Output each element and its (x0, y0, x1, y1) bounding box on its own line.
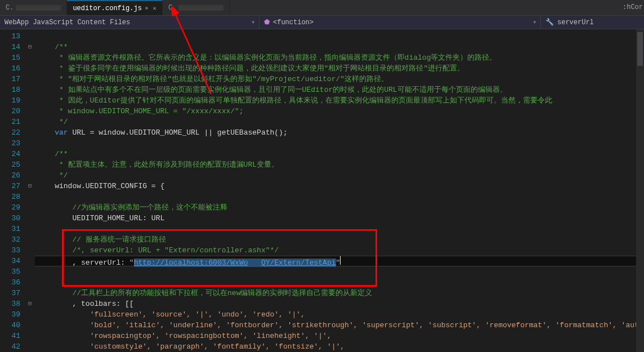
fold-marker (25, 95, 35, 106)
code-line: 'bold', 'italic', 'underline', 'fontbord… (35, 320, 644, 331)
fold-marker (25, 256, 35, 266)
breadcrumb-function[interactable]: ⬟ <function> ▼ (259, 16, 540, 29)
line-number: 17 (0, 74, 25, 84)
line-number: 20 (0, 106, 25, 117)
fold-marker (25, 309, 35, 320)
code-line: var URL = window.UEDITOR_HOME_URL || get… (35, 127, 644, 138)
obscured-text (178, 5, 223, 11)
tab-label: C. (168, 4, 176, 12)
scope-label: WebApp JavaScript Content Files (5, 19, 130, 26)
line-number: 27 (0, 181, 25, 191)
fold-marker (25, 331, 35, 341)
code-line: */ (35, 117, 644, 127)
code-line: */ (35, 170, 644, 181)
chevron-down-icon: ▼ (533, 20, 536, 25)
code-line: 'fullscreen', 'source', '|', 'undo', 're… (35, 309, 644, 320)
fold-marker (25, 266, 35, 277)
line-number: 31 (0, 224, 25, 234)
line-number: 28 (0, 191, 25, 202)
fold-marker (25, 341, 35, 352)
line-number: 16 (0, 63, 25, 74)
code-line (35, 266, 644, 277)
code-line: , toolbars: [[ (35, 298, 644, 309)
file-tabs-bar: C. ueditor.config.js ⊕ ✕ C. :hCor (0, 0, 644, 16)
fold-marker (25, 106, 35, 117)
fold-marker (25, 52, 35, 63)
code-line: * 因此，UEditor提供了针对不同页面的编辑器可单独配置的根路径，具体来说，… (35, 95, 644, 106)
line-number: 33 (0, 245, 25, 256)
fold-marker (25, 138, 35, 149)
line-number: 41 (0, 331, 25, 341)
code-line: // 服务器统一请求接口路径 (35, 234, 644, 245)
pin-icon[interactable]: ⊕ (145, 5, 148, 11)
code-line: window.UEDITOR_CONFIG = { (35, 181, 644, 191)
line-number: 21 (0, 117, 25, 127)
fold-marker (25, 202, 35, 213)
fold-marker[interactable]: ⊟ (25, 42, 35, 52)
fold-marker (25, 74, 35, 84)
code-line: /*, serverUrl: URL + "Extern/controller.… (35, 245, 644, 256)
line-number: 39 (0, 309, 25, 320)
tab-label: C. (6, 4, 14, 12)
tab-right-label: :hCor (623, 3, 643, 11)
line-number-gutter: 1314151617181920212223242526272829303132… (0, 29, 25, 352)
line-number: 15 (0, 52, 25, 63)
breadcrumb-bar: WebApp JavaScript Content Files ▼ ⬟ <fun… (0, 16, 644, 29)
code-line: 'rowspacingtop', 'rowspacingbottom', 'li… (35, 331, 644, 341)
fold-marker (25, 127, 35, 138)
scroll-thumb[interactable] (637, 32, 643, 66)
code-line: * 编辑器资源文件根路径。它所表示的含义是：以编辑器实例化页面为当前路径，指向编… (35, 52, 644, 63)
fold-marker (25, 277, 35, 288)
close-icon[interactable]: ✕ (153, 5, 156, 12)
file-tab-active[interactable]: ueditor.config.js ⊕ ✕ (67, 0, 162, 15)
breadcrumb-scope[interactable]: WebApp JavaScript Content Files ▼ (0, 16, 259, 29)
fold-marker (25, 234, 35, 245)
code-line: 'customstyle', 'paragraph', 'fontfamily'… (35, 341, 644, 352)
line-number: 32 (0, 234, 25, 245)
fold-marker (25, 213, 35, 224)
line-number: 29 (0, 202, 25, 213)
code-line: * 鉴于很多同学在使用编辑器的时候出现的种种路径问题，此处强烈建议大家使用"相对… (35, 63, 644, 74)
fold-marker (25, 63, 35, 74)
code-line (35, 277, 644, 288)
fold-marker (25, 31, 35, 42)
code-line (35, 31, 644, 42)
line-number: 18 (0, 84, 25, 95)
line-number: 13 (0, 31, 25, 42)
line-number: 36 (0, 277, 25, 288)
fold-marker (25, 159, 35, 170)
obscured-text (16, 5, 61, 11)
fold-marker (25, 84, 35, 95)
fold-gutter: ⊟⊟⊟ (25, 29, 35, 352)
line-number: 22 (0, 127, 25, 138)
code-content[interactable]: /** * 编辑器资源文件根路径。它所表示的含义是：以编辑器实例化页面为当前路径… (35, 29, 644, 352)
vertical-scrollbar[interactable] (636, 29, 644, 352)
fold-marker (25, 191, 35, 202)
code-line (35, 191, 644, 202)
fold-marker (25, 149, 35, 159)
fold-marker[interactable]: ⊟ (25, 298, 35, 309)
line-number: 25 (0, 159, 25, 170)
line-number: 37 (0, 288, 25, 298)
fold-marker (25, 288, 35, 298)
line-number: 14 (0, 42, 25, 52)
line-number: 24 (0, 149, 25, 159)
chevron-down-icon: ▼ (252, 20, 254, 25)
code-line (35, 138, 644, 149)
breadcrumb-member[interactable]: 🔧 serverUrl (540, 16, 644, 29)
function-icon: ⬟ (264, 18, 270, 26)
line-number: 19 (0, 95, 25, 106)
code-line: , serverUrl: "http://localhost:6003/WxWo… (35, 256, 644, 266)
fold-marker (25, 320, 35, 331)
code-line: /** (35, 42, 644, 52)
line-number: 30 (0, 213, 25, 224)
file-tab[interactable]: C. (163, 0, 230, 15)
code-editor[interactable]: 1314151617181920212223242526272829303132… (0, 29, 644, 352)
fold-marker (25, 245, 35, 256)
wrench-icon: 🔧 (545, 18, 554, 26)
fold-marker[interactable]: ⊟ (25, 181, 35, 191)
code-line: //工具栏上的所有的功能按钮和下拉框，可以在new编辑器的实例时选择自己需要的从… (35, 288, 644, 298)
line-number: 23 (0, 138, 25, 149)
code-line: /** (35, 149, 644, 159)
file-tab[interactable]: C. (0, 0, 67, 15)
